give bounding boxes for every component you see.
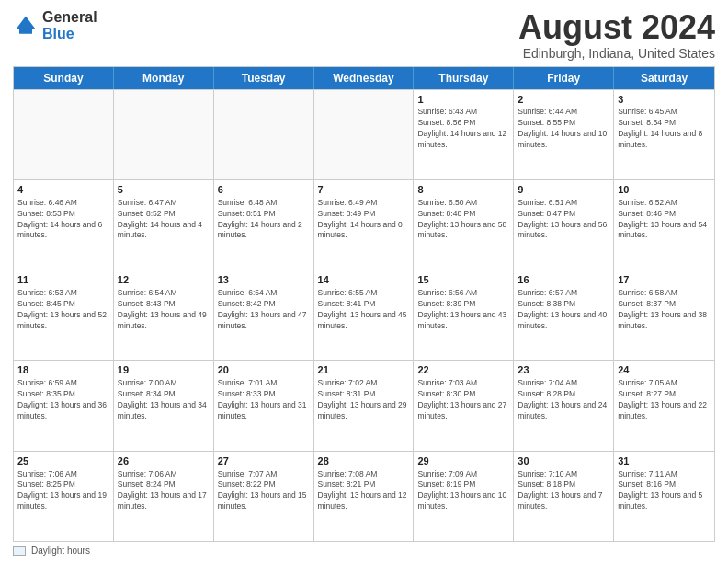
day-cell-12: 12Sunrise: 6:54 AM Sunset: 8:43 PM Dayli… (114, 270, 214, 360)
day-info: Sunrise: 7:07 AM Sunset: 8:22 PM Dayligh… (218, 469, 310, 513)
day-cell-28: 28Sunrise: 7:08 AM Sunset: 8:21 PM Dayli… (314, 452, 415, 541)
day-cell-21: 21Sunrise: 7:02 AM Sunset: 8:31 PM Dayli… (314, 361, 415, 450)
day-cell-7: 7Sunrise: 6:49 AM Sunset: 8:49 PM Daylig… (314, 180, 415, 270)
day-of-week-sunday: Sunday (14, 67, 114, 89)
day-number: 29 (417, 454, 509, 468)
day-info: Sunrise: 7:08 AM Sunset: 8:21 PM Dayligh… (318, 469, 410, 513)
day-cell-30: 30Sunrise: 7:10 AM Sunset: 8:18 PM Dayli… (514, 452, 614, 541)
day-number: 30 (518, 454, 609, 468)
day-info: Sunrise: 7:05 AM Sunset: 8:27 PM Dayligh… (618, 378, 711, 422)
day-number: 12 (118, 273, 210, 287)
day-number: 10 (618, 183, 711, 197)
day-number: 26 (118, 454, 210, 468)
day-number: 23 (518, 363, 609, 377)
day-cell-19: 19Sunrise: 7:00 AM Sunset: 8:34 PM Dayli… (114, 361, 214, 450)
day-info: Sunrise: 7:02 AM Sunset: 8:31 PM Dayligh… (318, 378, 410, 422)
day-of-week-saturday: Saturday (614, 67, 714, 89)
day-of-week-friday: Friday (514, 67, 614, 89)
day-cell-14: 14Sunrise: 6:55 AM Sunset: 8:41 PM Dayli… (314, 270, 415, 360)
calendar-row-3: 11Sunrise: 6:53 AM Sunset: 8:45 PM Dayli… (14, 270, 714, 360)
calendar: SundayMondayTuesdayWednesdayThursdayFrid… (13, 66, 715, 542)
day-cell-31: 31Sunrise: 7:11 AM Sunset: 8:16 PM Dayli… (614, 452, 714, 541)
day-info: Sunrise: 7:06 AM Sunset: 8:25 PM Dayligh… (17, 469, 109, 513)
day-cell-24: 24Sunrise: 7:05 AM Sunset: 8:27 PM Dayli… (614, 361, 714, 450)
day-cell-5: 5Sunrise: 6:47 AM Sunset: 8:52 PM Daylig… (114, 180, 214, 270)
day-number: 5 (118, 183, 210, 197)
day-number: 9 (518, 183, 609, 197)
day-cell-29: 29Sunrise: 7:09 AM Sunset: 8:19 PM Dayli… (414, 452, 514, 541)
calendar-row-5: 25Sunrise: 7:06 AM Sunset: 8:25 PM Dayli… (14, 451, 714, 541)
day-cell-13: 13Sunrise: 6:54 AM Sunset: 8:42 PM Dayli… (214, 270, 314, 360)
day-number: 1 (417, 93, 509, 107)
day-number: 15 (417, 273, 509, 287)
main-title: August 2024 (518, 9, 715, 46)
title-block: August 2024 Edinburgh, Indiana, United S… (518, 9, 715, 61)
svg-rect-1 (19, 29, 32, 33)
day-info: Sunrise: 6:58 AM Sunset: 8:37 PM Dayligh… (618, 288, 711, 332)
day-cell-18: 18Sunrise: 6:59 AM Sunset: 8:35 PM Dayli… (14, 361, 114, 450)
day-number: 4 (17, 183, 109, 197)
day-info: Sunrise: 6:48 AM Sunset: 8:51 PM Dayligh… (218, 198, 310, 242)
day-info: Sunrise: 7:03 AM Sunset: 8:30 PM Dayligh… (417, 378, 509, 422)
day-info: Sunrise: 6:43 AM Sunset: 8:56 PM Dayligh… (417, 107, 509, 151)
day-number: 16 (518, 273, 609, 287)
day-info: Sunrise: 6:44 AM Sunset: 8:55 PM Dayligh… (518, 107, 609, 151)
day-cell-23: 23Sunrise: 7:04 AM Sunset: 8:28 PM Dayli… (514, 361, 614, 450)
day-info: Sunrise: 6:59 AM Sunset: 8:35 PM Dayligh… (17, 378, 109, 422)
footer: Daylight hours (13, 546, 715, 556)
day-info: Sunrise: 6:54 AM Sunset: 8:43 PM Dayligh… (118, 288, 210, 332)
day-cell-11: 11Sunrise: 6:53 AM Sunset: 8:45 PM Dayli… (14, 270, 114, 360)
logo-general-text: General (42, 9, 97, 26)
svg-marker-0 (17, 16, 36, 29)
day-cell-26: 26Sunrise: 7:06 AM Sunset: 8:24 PM Dayli… (114, 452, 214, 541)
day-info: Sunrise: 6:57 AM Sunset: 8:38 PM Dayligh… (518, 288, 609, 332)
day-number: 6 (218, 183, 310, 197)
day-info: Sunrise: 6:50 AM Sunset: 8:48 PM Dayligh… (417, 198, 509, 242)
day-info: Sunrise: 7:10 AM Sunset: 8:18 PM Dayligh… (518, 469, 609, 513)
day-number: 25 (17, 454, 109, 468)
day-number: 2 (518, 93, 609, 107)
empty-cell (114, 90, 214, 179)
day-cell-25: 25Sunrise: 7:06 AM Sunset: 8:25 PM Dayli… (14, 452, 114, 541)
day-number: 8 (417, 183, 509, 197)
calendar-body: 1Sunrise: 6:43 AM Sunset: 8:56 PM Daylig… (14, 89, 714, 541)
day-cell-10: 10Sunrise: 6:52 AM Sunset: 8:46 PM Dayli… (614, 180, 714, 270)
logo-blue-text: Blue (42, 26, 97, 42)
day-cell-9: 9Sunrise: 6:51 AM Sunset: 8:47 PM Daylig… (514, 180, 614, 270)
day-number: 31 (618, 454, 711, 468)
day-info: Sunrise: 7:01 AM Sunset: 8:33 PM Dayligh… (218, 378, 310, 422)
logo-text: General Blue (42, 9, 97, 41)
subtitle: Edinburgh, Indiana, United States (518, 46, 715, 61)
day-number: 7 (318, 183, 410, 197)
day-info: Sunrise: 6:45 AM Sunset: 8:54 PM Dayligh… (618, 107, 711, 151)
day-number: 17 (618, 273, 711, 287)
day-number: 24 (618, 363, 711, 377)
day-info: Sunrise: 6:49 AM Sunset: 8:49 PM Dayligh… (318, 198, 410, 242)
day-cell-4: 4Sunrise: 6:46 AM Sunset: 8:53 PM Daylig… (14, 180, 114, 270)
logo: General Blue (13, 9, 97, 41)
day-cell-1: 1Sunrise: 6:43 AM Sunset: 8:56 PM Daylig… (414, 90, 514, 179)
day-info: Sunrise: 6:47 AM Sunset: 8:52 PM Dayligh… (118, 198, 210, 242)
day-number: 21 (318, 363, 410, 377)
day-number: 19 (118, 363, 210, 377)
day-cell-22: 22Sunrise: 7:03 AM Sunset: 8:30 PM Dayli… (414, 361, 514, 450)
day-number: 11 (17, 273, 109, 287)
day-of-week-tuesday: Tuesday (214, 67, 314, 89)
day-of-week-thursday: Thursday (414, 67, 514, 89)
day-number: 28 (318, 454, 410, 468)
day-info: Sunrise: 6:52 AM Sunset: 8:46 PM Dayligh… (618, 198, 711, 242)
page-header: General Blue August 2024 Edinburgh, Indi… (13, 9, 715, 61)
day-info: Sunrise: 6:55 AM Sunset: 8:41 PM Dayligh… (318, 288, 410, 332)
day-info: Sunrise: 6:56 AM Sunset: 8:39 PM Dayligh… (417, 288, 509, 332)
day-number: 18 (17, 363, 109, 377)
day-number: 27 (218, 454, 310, 468)
day-cell-20: 20Sunrise: 7:01 AM Sunset: 8:33 PM Dayli… (214, 361, 314, 450)
day-cell-6: 6Sunrise: 6:48 AM Sunset: 8:51 PM Daylig… (214, 180, 314, 270)
day-cell-17: 17Sunrise: 6:58 AM Sunset: 8:37 PM Dayli… (614, 270, 714, 360)
calendar-header: SundayMondayTuesdayWednesdayThursdayFrid… (14, 67, 714, 89)
day-info: Sunrise: 7:00 AM Sunset: 8:34 PM Dayligh… (118, 378, 210, 422)
calendar-row-1: 1Sunrise: 6:43 AM Sunset: 8:56 PM Daylig… (14, 89, 714, 179)
calendar-row-2: 4Sunrise: 6:46 AM Sunset: 8:53 PM Daylig… (14, 179, 714, 270)
day-info: Sunrise: 6:54 AM Sunset: 8:42 PM Dayligh… (218, 288, 310, 332)
day-cell-2: 2Sunrise: 6:44 AM Sunset: 8:55 PM Daylig… (514, 90, 614, 179)
